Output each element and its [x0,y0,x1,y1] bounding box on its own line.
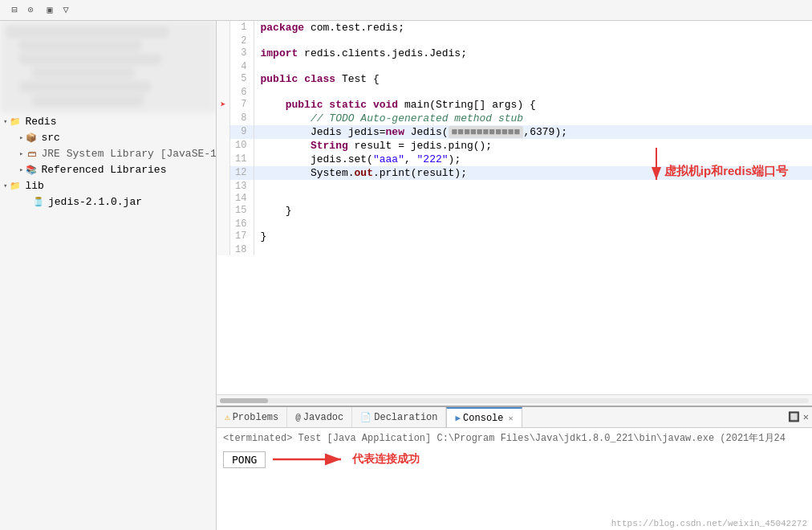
tab-label: Problems [233,412,279,423]
sidebar-item-label: lib [25,180,43,192]
line-number: 5 [229,72,254,86]
tab-declaration[interactable]: 📄 Declaration [352,407,446,427]
line-gutter [217,86,229,98]
line-code[interactable] [254,192,812,204]
jar-icon: 🫙 [32,195,45,208]
toolbar-icon-1[interactable]: ⊟ [6,2,22,18]
code-line-1: 1package com.test.redis; [217,21,812,35]
sidebar-item-label: src [41,132,59,144]
tab-problems[interactable]: ⚠ Problems [217,407,287,427]
line-gutter [217,21,229,35]
line-gutter [217,112,229,125]
line-gutter [217,72,229,86]
line-code[interactable] [254,60,812,72]
line-number: 17 [229,230,254,243]
console-output-row: PONG 代表连接成功 [223,448,806,471]
code-line-16: 16 [217,218,812,230]
ip-annotation: 虚拟机ip和redis端口号 [648,140,788,179]
close-panel-icon[interactable]: ✕ [803,411,809,423]
line-number: 4 [229,60,254,72]
line-code[interactable] [254,243,812,255]
right-arrow-svg [269,448,349,471]
package-icon: 📦 [25,131,38,144]
toolbar-icon-2[interactable]: ⊙ [22,2,39,18]
sidebar-item-redis[interactable]: ▾ 📁 Redis [0,113,216,129]
line-number: 10 [229,139,254,153]
line-number: 7 [229,98,254,112]
line-gutter [217,60,229,72]
code-line-8: 8 // TODO Auto-generated method stub [217,112,812,125]
line-code[interactable]: Jedis jedis=new Jedis(■■■■■■■■■■■,6379); [254,125,812,139]
toolbar-icon-3[interactable]: ▣ [42,2,58,18]
tab-label: Console [463,413,503,424]
line-number: 15 [229,204,254,218]
chevron-down-icon: ▾ [3,181,7,190]
chevron-down-icon: ▾ [3,117,7,126]
minimize-icon[interactable]: 🔲 [788,411,800,423]
console-content: <terminated> Test [Java Application] C:\… [217,428,812,517]
tab-label: Javadoc [303,412,343,423]
app-container: ⊟ ⊙ ▣ ▽ ▾ 📁 Redis [0,0,812,530]
line-code[interactable]: // TODO Auto-generated method stub [254,112,812,125]
console-icon: ▶ [455,413,461,423]
code-line-17: 17} [217,230,812,243]
line-number: 14 [229,192,254,204]
line-gutter [217,153,229,166]
chevron-right-icon: ▸ [19,165,23,174]
line-code[interactable]: public class Test { [254,72,812,86]
bottom-tabs: ⚠ Problems @ Javadoc 📄 Declaration ▶ Con… [217,407,812,428]
sidebar: ▾ 📁 Redis ▸ 📦 src ▸ 🗃 JRE System Library… [0,21,217,530]
line-code[interactable]: import redis.clients.jedis.Jedis; [254,47,812,60]
tab-javadoc[interactable]: @ Javadoc [287,407,352,427]
line-number: 1 [229,21,254,35]
code-line-5: 5public class Test { [217,72,812,86]
line-number: 9 [229,125,254,139]
library-icon: 📚 [25,163,38,176]
line-gutter [217,47,229,60]
sidebar-item-referenced-libraries[interactable]: ▸ 📚 Referenced Libraries [0,161,216,177]
line-number: 16 [229,218,254,230]
line-gutter [217,204,229,218]
line-number: 18 [229,243,254,255]
line-number: 13 [229,180,254,192]
line-gutter [217,230,229,243]
watermark: https://blog.csdn.net/weixin_45042272 [217,517,812,530]
chevron-right-icon: ▸ [19,149,23,158]
ip-annotation-label: 虚拟机ip和redis端口号 [664,164,788,179]
code-editor[interactable]: 1package com.test.redis;23import redis.c… [217,21,812,394]
tab-label: Declaration [374,412,437,423]
code-line-3: 3import redis.clients.jedis.Jedis; [217,47,812,60]
tab-close-icon[interactable]: ✕ [509,414,514,423]
sidebar-item-src[interactable]: ▸ 📦 src [0,129,216,145]
console-actions: 🔲 ✕ [785,407,812,427]
sidebar-item-label: JRE System Library [JavaSE-1.8] [41,148,217,160]
sidebar-item-jre[interactable]: ▸ 🗃 JRE System Library [JavaSE-1.8] [0,145,216,161]
line-code[interactable]: } [254,230,812,243]
javadoc-icon: @ [295,413,301,422]
code-line-15: 15 } [217,204,812,218]
line-number: 11 [229,153,254,166]
line-number: 2 [229,35,254,47]
bottom-panel: ⚠ Problems @ Javadoc 📄 Declaration ▶ Con… [217,406,812,530]
code-line-2: 2 [217,35,812,47]
horizontal-scrollbar[interactable] [217,394,812,406]
line-code[interactable]: public static void main(String[] args) { [254,98,812,112]
line-gutter [217,192,229,204]
declaration-icon: 📄 [360,412,371,422]
tab-console[interactable]: ▶ Console ✕ [446,407,522,427]
line-code[interactable]: } [254,204,812,218]
line-code[interactable] [254,218,812,230]
sidebar-item-label: Referenced Libraries [41,164,166,176]
line-gutter [217,243,229,255]
line-number: 8 [229,112,254,125]
line-code[interactable] [254,86,812,98]
sidebar-item-jedis-jar[interactable]: 🫙 jedis-2.1.0.jar [0,194,216,210]
line-number: 3 [229,47,254,60]
code-line-4: 4 [217,60,812,72]
line-code[interactable]: package com.test.redis; [254,21,812,35]
sidebar-item-lib[interactable]: ▾ 📁 lib [0,177,216,194]
code-line-18: 18 [217,243,812,255]
line-code[interactable] [254,35,812,47]
toolbar-icon-4[interactable]: ▽ [58,2,74,18]
tab-spacer [522,407,785,427]
